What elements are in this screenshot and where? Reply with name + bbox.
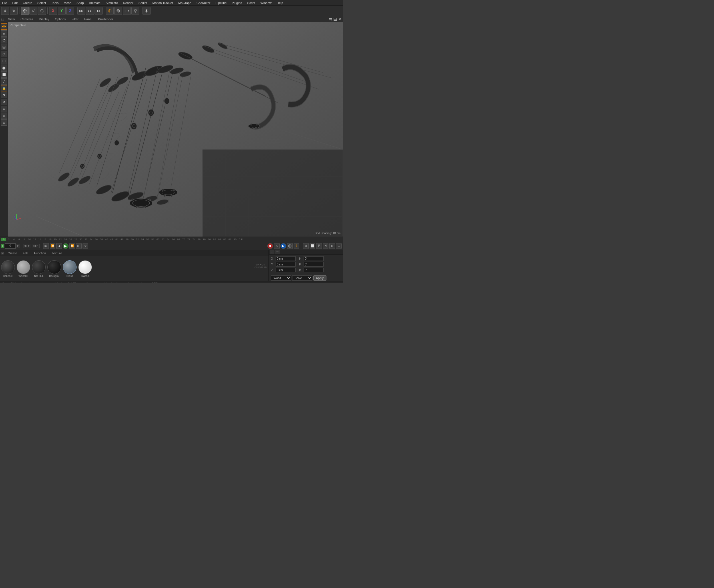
menu-character[interactable]: Character [196,1,211,4]
timeline-extra3[interactable]: P [316,243,322,249]
timeline-extra6[interactable]: ☰ [336,243,342,249]
undo-left[interactable]: ↺ [1,99,7,105]
skip-to-end-button[interactable]: ⏭ [76,243,82,249]
menu-tools[interactable]: Tools [50,1,59,4]
viewport[interactable]: Perspective [8,22,343,236]
menu-script[interactable]: Script [246,1,256,4]
timeline-extra1[interactable]: ⊕ [303,243,309,249]
menu-pipeline[interactable]: Pipeline [215,1,228,4]
lock-tool[interactable]: 🔒 [1,85,7,91]
viewport-tab-options[interactable]: Options [53,17,67,21]
viewport-tab-cameras[interactable]: Cameras [19,17,35,21]
x-axis-button[interactable]: X [49,7,57,15]
material-swatch-notillur[interactable]: Not Illur. [32,260,46,277]
loop-button[interactable]: ↻ [83,243,88,249]
h-rotation-input[interactable] [304,256,324,261]
polygon-tool[interactable]: ⬡ [1,51,7,57]
material-swatch-whiteclay[interactable]: WhiteCl. [17,260,30,277]
menu-simulate[interactable]: Simulate [105,1,119,4]
close-viewport-icon[interactable]: ✕ [338,17,342,21]
undo-button[interactable]: ↺ [1,7,9,15]
z-axis-button[interactable]: Z [66,7,74,15]
light-button[interactable] [131,7,139,15]
timeline-extra4[interactable]: N [323,243,328,249]
next-frame-button[interactable]: ⏩ [69,243,75,249]
render-settings-button[interactable] [143,7,151,15]
record-button[interactable]: ⏺ [267,243,273,249]
extra-tool[interactable]: ⊞ [1,120,7,126]
scale-left[interactable] [1,44,7,50]
mat-tab-edit[interactable]: Edit [21,251,30,255]
maximize-icon[interactable]: ⬓ [333,17,337,21]
line-tool[interactable]: ╱ [1,78,7,85]
prev-frame-button[interactable]: ⏪ [50,243,56,249]
mat-tab-create[interactable]: Create [6,251,19,255]
grid-tool[interactable]: ◈ [1,106,7,112]
rpanel-tab-2[interactable]: ☰ [275,250,280,254]
keyframe-button[interactable]: ◇ [274,243,280,249]
render-all-button[interactable]: ▶| [94,7,103,15]
current-frame-input[interactable] [5,244,16,249]
sphere-button[interactable] [114,7,122,15]
world-dropdown[interactable]: World [271,275,291,280]
menu-render[interactable]: Render [122,1,134,4]
viewport-tab-prorender[interactable]: ProRender [96,17,115,21]
menu-sculpt[interactable]: Sculpt [138,1,148,4]
object-mode[interactable] [1,58,7,64]
render-button[interactable] [287,243,293,249]
camera-button[interactable] [123,7,131,15]
menu-plugins[interactable]: Plugins [231,1,243,4]
menu-file[interactable]: File [1,1,8,4]
select-tool-left[interactable]: ◈ [1,30,7,37]
move-tool-left[interactable] [1,23,7,30]
viewport-tab-display[interactable]: Display [37,17,51,21]
menu-edit[interactable]: Edit [12,1,19,4]
scale-dropdown[interactable]: Scale [292,275,312,280]
y-position-input[interactable] [276,262,296,267]
viewport-tab-view[interactable]: View [6,17,17,21]
s-tool[interactable]: S [1,92,7,98]
material-swatch-glass1[interactable]: Glass.1 [78,260,92,277]
menu-create[interactable]: Create [22,1,33,4]
timeline-extra2[interactable]: ⬜ [309,243,315,249]
skip-to-start-button[interactable]: ⏮ [43,243,49,249]
material-tool[interactable]: ◈ [1,112,7,119]
rotate-tool-button[interactable] [38,7,46,15]
redo-button[interactable]: ↻ [10,7,18,15]
y-axis-button[interactable]: Y [58,7,66,15]
x-position-input[interactable] [276,256,296,261]
menu-mesh[interactable]: Mesh [63,1,72,4]
mat-tab-function[interactable]: Function [32,251,48,255]
cube-button[interactable] [106,7,114,15]
menu-mograph[interactable]: MoGraph [177,1,192,4]
b-rotation-input[interactable] [304,268,324,272]
menu-snap[interactable]: Snap [76,1,85,4]
render-active-button[interactable]: ▶▶| [86,7,94,15]
menu-help[interactable]: Help [276,1,284,4]
apply-button[interactable]: Apply [313,275,326,280]
scale-tool-button[interactable] [29,7,38,15]
play-reverse-button[interactable]: ◀ [56,243,62,249]
menu-window[interactable]: Window [260,1,273,4]
play-button[interactable]: ▶ [63,243,68,249]
expand-icon[interactable]: ⬒ [328,17,332,21]
timeline-extra5[interactable]: ⊞ [329,243,335,249]
render-region-button[interactable]: ▶▶ [78,7,85,15]
viewport-tab-filter[interactable]: Filter [70,17,80,21]
rpanel-tab-1[interactable]: ... [270,250,275,254]
move-tool-button[interactable] [21,7,29,15]
edge-mode[interactable]: ⬜ [1,71,7,78]
preview-button[interactable]: ▶ [280,243,286,249]
viewport-tab-panel[interactable]: Panel [83,17,94,21]
p-rotation-input[interactable] [304,262,324,267]
material-swatch-background[interactable]: Backgro. [47,260,61,277]
frame-0[interactable]: 0 [1,238,6,241]
menu-animate[interactable]: Animate [88,1,101,4]
material-swatch-glass[interactable]: Glass [63,260,77,277]
point-mode[interactable]: ⬤ [1,65,7,71]
rotate-left[interactable] [1,37,7,43]
help-button[interactable]: ? [294,243,299,249]
mat-tab-texture[interactable]: Texture [50,251,64,255]
z-position-input[interactable] [276,268,296,272]
material-swatch-connect[interactable]: Connect. [1,260,15,277]
